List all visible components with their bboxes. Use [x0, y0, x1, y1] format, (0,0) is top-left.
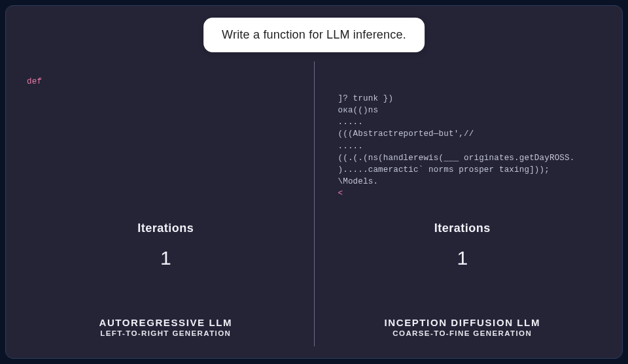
right-code-line-2: ..... — [338, 118, 364, 127]
left-footer: AUTOREGRESSIVE LLM LEFT-TO-RIGHT GENERAT… — [18, 317, 314, 337]
right-code-line-6: ).....cameractic` norms prosper taxing])… — [338, 165, 550, 174]
right-title: INCEPTION DIFFUSION LLM — [315, 317, 611, 328]
left-title: AUTOREGRESSIVE LLM — [18, 317, 314, 328]
comparison-frame: Write a function for LLM inference. def … — [5, 5, 623, 359]
left-code-area: def — [18, 61, 314, 195]
left-subtitle: LEFT-TO-RIGHT GENERATION — [18, 329, 314, 337]
right-panel: ]? trunk }) ока(()ns ..... (((Abstractre… — [315, 61, 611, 346]
right-code-area: ]? trunk }) ока(()ns ..... (((Abstractre… — [315, 61, 611, 195]
iterations-label: Iterations — [18, 222, 314, 235]
right-iterations-block: Iterations 1 — [315, 222, 611, 269]
prompt-text: Write a function for LLM inference. — [222, 28, 406, 41]
right-footer: INCEPTION DIFFUSION LLM COARSE-TO-FINE G… — [315, 317, 611, 337]
right-code-line-3: (((Abstractreported—but',// — [338, 129, 474, 139]
left-iterations-block: Iterations 1 — [18, 222, 314, 269]
right-code-tail: < — [338, 189, 343, 195]
left-panel: def Iterations 1 AUTOREGRESSIVE LLM LEFT… — [18, 61, 314, 346]
right-code-line-4: ..... — [338, 142, 364, 151]
iterations-value: 1 — [18, 247, 314, 269]
right-code-line-7: \Models. — [338, 177, 379, 186]
iterations-value: 1 — [315, 247, 611, 269]
right-code-line-1: ока(()ns — [338, 106, 379, 115]
right-code-line-5: ((.(.(ns(handlerewis(___ originates.getD… — [338, 154, 575, 163]
left-code: def — [27, 77, 42, 86]
content-area: def Iterations 1 AUTOREGRESSIVE LLM LEFT… — [18, 61, 610, 346]
right-code-line-0: ]? trunk }) — [338, 94, 394, 103]
right-subtitle: COARSE-TO-FINE GENERATION — [315, 329, 611, 337]
iterations-label: Iterations — [315, 222, 611, 235]
prompt-box: Write a function for LLM inference. — [203, 18, 425, 52]
